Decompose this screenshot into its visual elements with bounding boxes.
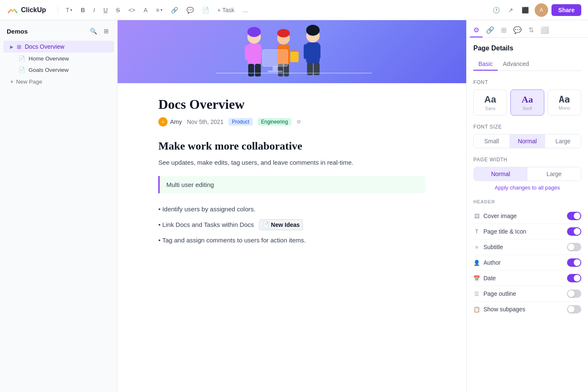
sidebar-item-goals-overview[interactable]: 📄 Goals Overview: [3, 65, 114, 75]
font-sans-display: Aa: [477, 94, 503, 105]
svg-rect-12: [290, 52, 299, 62]
panel-view-tab[interactable]: ⬜: [537, 24, 552, 37]
color-button[interactable]: A: [141, 5, 150, 15]
size-large[interactable]: Large: [545, 134, 581, 148]
sidebar-item-label: Docs Overview: [25, 43, 64, 50]
width-normal[interactable]: Normal: [474, 167, 528, 181]
view-button[interactable]: ⬛: [519, 5, 531, 15]
chevron-icon: ▶: [10, 45, 13, 49]
sidebar-search-button[interactable]: 🔍: [88, 27, 99, 35]
tab-basic[interactable]: Basic: [473, 58, 498, 71]
tab-advanced[interactable]: Advanced: [498, 58, 534, 71]
toggle-row-cover-image: 🖼 Cover image: [473, 208, 581, 224]
panel-settings-tab[interactable]: ⚙: [470, 24, 483, 37]
page-width-label: Page Width: [473, 157, 581, 163]
tag-product[interactable]: Product: [228, 118, 252, 126]
new-ideas-link[interactable]: 📄 New Ideas: [259, 219, 302, 230]
cover-image-toggle[interactable]: [567, 212, 581, 220]
page-outline-toggle[interactable]: [567, 289, 581, 298]
cover-illustration: [132, 20, 452, 83]
panel-comment-tab[interactable]: 💬: [510, 24, 525, 37]
toggle-row-date: 📅 Date: [473, 271, 581, 286]
author-name: Amy: [170, 118, 182, 125]
toggle-row-page-title: T Page title & Icon: [473, 224, 581, 239]
font-mono-name: Mono: [551, 105, 578, 110]
logo: ClickUp: [7, 4, 46, 16]
author-avatar: A: [158, 117, 168, 126]
date-toggle[interactable]: [567, 274, 581, 282]
date-icon: 📅: [473, 275, 480, 282]
clickup-logo-icon: [7, 4, 18, 16]
width-large[interactable]: Large: [528, 167, 581, 181]
doc-meta: A Amy Nov 5th, 2021 Product Engineering …: [158, 117, 425, 126]
sidebar-layout-button[interactable]: ⊞: [102, 27, 110, 35]
right-panel: ⚙ 🔗 ⊞ 💬 ⇅ ⬜ Page Details Basic Advanced …: [466, 20, 588, 392]
doc-content: Docs Overview A Amy Nov 5th, 2021 Produc…: [145, 83, 439, 280]
avatar: A: [535, 3, 548, 17]
underline-button[interactable]: U: [101, 5, 110, 15]
sidebar-item-label: Goals Overview: [29, 67, 68, 73]
main-layout: Demos 🔍 ⊞ ▶ ⊞ Docs Overview 📄 Home Overv…: [0, 20, 588, 392]
font-serif-option[interactable]: Aa Serif: [510, 89, 544, 116]
page-outline-icon: ☰: [473, 291, 480, 297]
link-button[interactable]: 🔗: [168, 5, 181, 15]
svg-rect-22: [273, 66, 278, 71]
panel-link-tab[interactable]: 🔗: [483, 24, 498, 37]
show-subpages-label: Show subpages: [483, 306, 525, 313]
svg-rect-3: [257, 45, 262, 60]
size-normal[interactable]: Normal: [509, 134, 545, 148]
tag-engineering[interactable]: Engineering: [258, 118, 291, 126]
svg-point-6: [247, 27, 261, 37]
sidebar-item-home-overview[interactable]: 📄 Home Overview: [3, 53, 114, 64]
toggle-row-subtitle: ≡ Subtitle: [473, 239, 581, 255]
export-button[interactable]: ↗: [506, 5, 516, 15]
author-toggle[interactable]: [567, 258, 581, 267]
italic-button[interactable]: I: [91, 5, 97, 15]
add-task-button[interactable]: + Task: [215, 5, 237, 15]
strikethrough-button[interactable]: S: [113, 5, 122, 15]
page-title-toggle[interactable]: [567, 227, 581, 236]
font-sans-name: Sans: [477, 106, 503, 111]
share-button[interactable]: Share: [551, 4, 581, 16]
toolbar-right: 🕐 ↗ ⬛ A Share: [490, 3, 581, 17]
apply-changes-link[interactable]: Apply changes to all pages: [473, 184, 581, 191]
subtitle-icon: ≡: [473, 244, 480, 250]
header-section-label: HEADER: [473, 199, 581, 204]
new-page-button[interactable]: + New Page: [3, 76, 114, 87]
history-button[interactable]: 🕐: [490, 5, 502, 15]
panel-grid-tab[interactable]: ⊞: [498, 24, 510, 37]
more-button[interactable]: ...: [240, 5, 250, 15]
author-icon: 👤: [473, 260, 480, 266]
size-small[interactable]: Small: [474, 134, 509, 148]
sidebar-header-icons: 🔍 ⊞: [88, 27, 110, 35]
bold-button[interactable]: B: [78, 5, 87, 15]
comment-button[interactable]: 💬: [184, 5, 196, 15]
sidebar-item-docs-overview[interactable]: ▶ ⊞ Docs Overview: [3, 41, 114, 53]
align-button[interactable]: ≡ ▾: [153, 5, 165, 15]
svg-rect-23: [268, 71, 283, 72]
font-mono-option[interactable]: Aa Mono: [548, 89, 581, 116]
subpages-icon: 📋: [473, 306, 480, 313]
doc-author: A Amy: [158, 117, 182, 126]
right-panel-icon-tabs: ⚙ 🔗 ⊞ 💬 ⇅ ⬜: [467, 20, 588, 38]
size-options: Small Normal Large: [473, 134, 581, 148]
font-mono-display: Aa: [551, 94, 578, 105]
text-format-button[interactable]: T ▾: [63, 5, 75, 15]
show-subpages-toggle[interactable]: [567, 305, 581, 313]
toggle-row-show-subpages: 📋 Show subpages: [473, 302, 581, 317]
sidebar-workspace-title: Demos: [7, 28, 28, 35]
subtitle-toggle[interactable]: [567, 243, 581, 251]
doc-button[interactable]: 📄: [200, 5, 212, 15]
panel-sort-tab[interactable]: ⇅: [525, 24, 537, 37]
toolbar-divider: [58, 6, 58, 14]
sidebar-item-label: Home Overview: [29, 55, 69, 62]
author-label: Author: [483, 259, 501, 266]
doc-blockquote: Multi user editing: [158, 176, 425, 193]
svg-point-19: [306, 25, 320, 36]
svg-rect-21: [262, 50, 288, 66]
font-sans-option[interactable]: Aa Sans: [473, 89, 507, 116]
toolbar: ClickUp T ▾ B I U S <> A ≡ ▾ 🔗 💬 📄 + Tas…: [0, 0, 588, 20]
doc-list: Identify users by assigned colors. Link …: [158, 202, 425, 248]
right-panel-body: Page Details Basic Advanced Font Aa Sans…: [467, 38, 588, 324]
code-button[interactable]: <>: [126, 5, 138, 15]
